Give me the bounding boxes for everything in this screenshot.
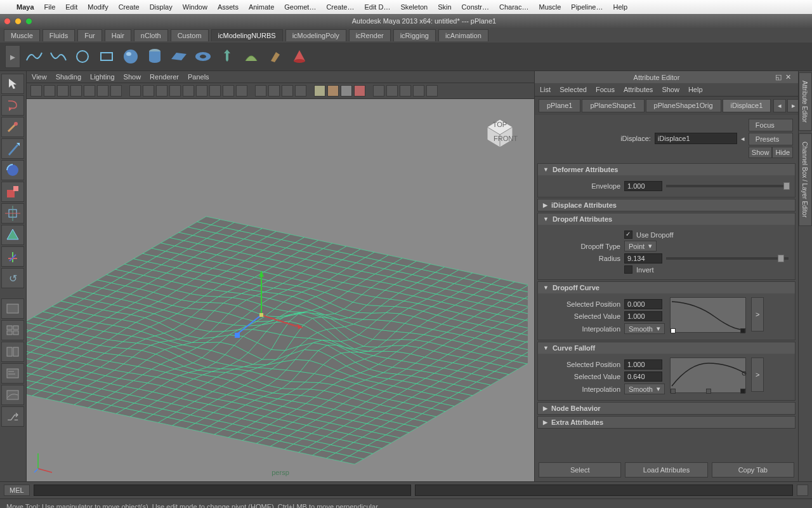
- shelf-tab[interactable]: nCloth: [134, 29, 168, 41]
- macmenu-item[interactable]: Create: [119, 3, 140, 11]
- focus-button[interactable]: Focus: [749, 119, 793, 131]
- shelf-tab[interactable]: Fur: [77, 29, 102, 41]
- dc-interp-dropdown[interactable]: Smooth▾: [624, 323, 665, 334]
- four-pane-layout[interactable]: [1, 320, 24, 340]
- vp-tool-button[interactable]: [295, 85, 306, 97]
- square-icon[interactable]: [96, 46, 117, 67]
- hide-button[interactable]: Hide: [772, 147, 793, 158]
- curve-handle[interactable]: [706, 389, 711, 394]
- mel-input[interactable]: [34, 485, 412, 496]
- view-cube[interactable]: TOP FRONT: [481, 112, 519, 150]
- falloff-curve-graph[interactable]: [670, 358, 746, 393]
- curve-handle[interactable]: [671, 328, 676, 333]
- macmenu-item[interactable]: Help: [613, 3, 627, 11]
- vp-menu-item[interactable]: View: [32, 73, 47, 81]
- section-header-idisplace[interactable]: ▶iDisplace Attributes: [538, 199, 795, 211]
- macmenu-item[interactable]: Pipeline…: [571, 3, 603, 11]
- shelf-tab[interactable]: icRigging: [393, 29, 436, 41]
- section-header-dropoff-curve[interactable]: ▼Dropoff Curve: [538, 282, 795, 293]
- universal-manip-tool[interactable]: [1, 203, 24, 224]
- vp-tool-button[interactable]: [354, 85, 365, 97]
- vp-tool-button[interactable]: [268, 85, 280, 97]
- curve-handle[interactable]: [740, 328, 745, 333]
- macmenu-item[interactable]: Constr…: [462, 3, 489, 11]
- close-icon[interactable]: ✕: [783, 73, 793, 81]
- vp-tool-button[interactable]: [413, 85, 424, 97]
- plane-icon[interactable]: [169, 46, 189, 67]
- ae-tab[interactable]: pPlaneShape1: [582, 99, 644, 112]
- curve-expand-button[interactable]: >: [751, 297, 764, 331]
- section-header-curve-falloff[interactable]: ▼Curve Falloff: [538, 342, 795, 354]
- curve-handle[interactable]: [740, 389, 745, 394]
- vp-tool-button[interactable]: [341, 85, 352, 97]
- dock-tab-channel-box[interactable]: Channel Box / Layer Editor: [799, 133, 812, 226]
- curve-handle[interactable]: [671, 389, 676, 394]
- vp-tool-button[interactable]: [70, 85, 82, 97]
- envelope-field[interactable]: [624, 181, 662, 191]
- macmenu-item[interactable]: Animate: [249, 3, 274, 11]
- ae-menu-item[interactable]: Show: [662, 86, 679, 93]
- macmenu-item[interactable]: Display: [150, 3, 173, 11]
- invert-checkbox[interactable]: [624, 265, 632, 274]
- macmenu-item[interactable]: Edit: [65, 3, 77, 11]
- macmenu-item[interactable]: File: [44, 3, 56, 11]
- vp-tool-button[interactable]: [143, 85, 154, 97]
- vp-tool-button[interactable]: [400, 85, 411, 97]
- dropoff-type-dropdown[interactable]: Point▾: [624, 241, 657, 251]
- macmenu-item[interactable]: Muscle: [539, 3, 561, 11]
- input-connection-icon[interactable]: ◂: [741, 135, 745, 143]
- dc-val-field[interactable]: [624, 311, 662, 321]
- shelf-tab[interactable]: Custom: [171, 29, 209, 41]
- vp-tool-button[interactable]: [223, 85, 234, 97]
- use-dropoff-checkbox[interactable]: [624, 231, 632, 239]
- shelf-tab[interactable]: Fluids: [43, 29, 75, 41]
- ae-tab[interactable]: iDisplace1: [723, 99, 771, 112]
- rotate-tool[interactable]: [1, 160, 24, 180]
- vp-menu-item[interactable]: Lighting: [90, 73, 115, 81]
- extrude-icon[interactable]: [265, 46, 285, 67]
- last-tool[interactable]: ↺: [1, 268, 24, 288]
- shelf-tab[interactable]: icModelingNURBS: [211, 29, 283, 41]
- loft-icon[interactable]: [241, 46, 261, 67]
- dropoff-curve-graph[interactable]: [670, 297, 746, 333]
- vp-tool-button[interactable]: [209, 85, 221, 97]
- vp-menu-item[interactable]: Shading: [56, 73, 81, 81]
- mel-label[interactable]: MEL: [4, 485, 30, 496]
- vp-tool-button[interactable]: [282, 85, 293, 97]
- cone-icon[interactable]: [289, 46, 310, 67]
- graph-layout[interactable]: [1, 385, 24, 405]
- section-header-dropoff[interactable]: ▼Dropoff Attributes: [538, 213, 795, 225]
- vp-tool-button[interactable]: [373, 85, 384, 97]
- macmenu-item[interactable]: Geomet…: [284, 3, 316, 11]
- vp-tool-button[interactable]: [255, 85, 266, 97]
- vp-tool-button[interactable]: [183, 85, 194, 97]
- vp-tool-button[interactable]: [426, 85, 438, 97]
- vp-menu-item[interactable]: Show: [124, 73, 141, 81]
- shelf-tab[interactable]: icAnimation: [438, 29, 488, 41]
- two-pane-layout[interactable]: [1, 342, 24, 362]
- circle-icon[interactable]: [72, 46, 93, 67]
- tab-scroll-left[interactable]: ◂: [773, 99, 786, 112]
- vp-tool-button[interactable]: [97, 85, 108, 97]
- move-tool[interactable]: [1, 138, 24, 159]
- cf-pos-field[interactable]: [624, 359, 662, 370]
- vp-menu-item[interactable]: Renderer: [150, 73, 179, 81]
- minimize-window-button[interactable]: [15, 18, 22, 25]
- ae-tab[interactable]: pPlaneShape1Orig: [646, 99, 721, 112]
- single-pane-layout[interactable]: [1, 298, 24, 319]
- nodename-field[interactable]: [655, 133, 737, 144]
- vp-tool-button[interactable]: [169, 85, 181, 97]
- radius-field[interactable]: [624, 253, 662, 264]
- dc-pos-field[interactable]: [624, 299, 662, 309]
- load-attributes-button[interactable]: Load Attributes: [625, 462, 707, 478]
- macmenu-item[interactable]: Window: [183, 3, 207, 11]
- shelf-tab[interactable]: icModelingPoly: [285, 29, 346, 41]
- vp-tool-button[interactable]: [314, 85, 325, 97]
- ae-menu-item[interactable]: List: [540, 86, 551, 93]
- envelope-slider[interactable]: [666, 185, 789, 187]
- ae-menu-item[interactable]: Help: [688, 86, 703, 93]
- section-header-deformer[interactable]: ▼Deformer Attributes: [538, 164, 795, 175]
- shelf-tab[interactable]: Hair: [105, 29, 131, 41]
- macmenu-item[interactable]: Modify: [88, 3, 108, 11]
- select-button[interactable]: Select: [539, 462, 621, 478]
